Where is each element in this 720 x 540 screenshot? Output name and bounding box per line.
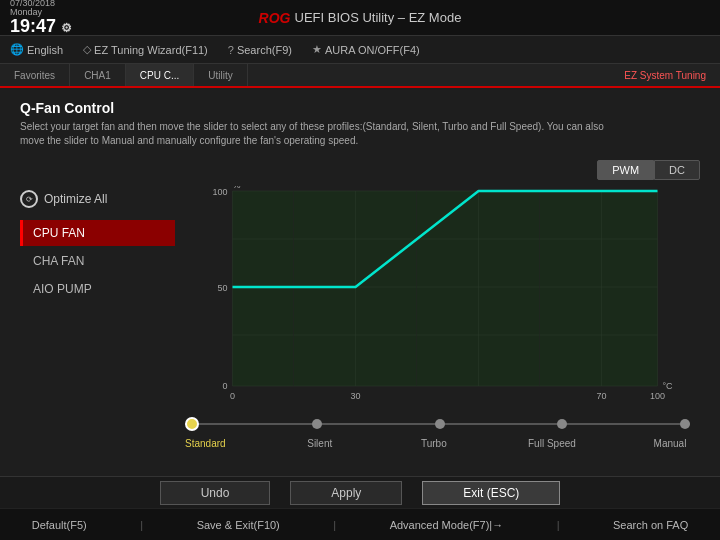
gear-icon[interactable]: ⚙ [61, 21, 72, 35]
profile-labels: Standard Silent Turbo Full Speed Manual [185, 438, 690, 449]
bottom-nav-sep2: | [333, 519, 336, 531]
profile-dot-manual[interactable] [680, 419, 690, 429]
fan-item-aio[interactable]: AIO PUMP [20, 276, 175, 302]
profile-dot-standard[interactable] [185, 417, 199, 431]
bottom-nav-default[interactable]: Default(F5) [22, 519, 97, 531]
aura-icon: ★ [312, 43, 322, 56]
header-title: UEFI BIOS Utility – EZ Mode [295, 10, 462, 25]
label-standard: Standard [185, 438, 226, 449]
bottom-nav-advanced[interactable]: Advanced Mode(F7)|→ [380, 519, 514, 531]
bottom-nav-sep3: | [557, 519, 560, 531]
header-bar: 07/30/2018 Monday 19:47 ⚙ ROG UEFI BIOS … [0, 0, 720, 36]
svg-text:50: 50 [217, 283, 227, 293]
bottom-nav: Default(F5) | Save & Exit(F10) | Advance… [0, 508, 720, 540]
label-silent: Silent [300, 438, 340, 449]
svg-text:70: 70 [596, 391, 606, 401]
bottom-nav-save-exit[interactable]: Save & Exit(F10) [187, 519, 290, 531]
apply-button[interactable]: Apply [290, 481, 402, 505]
svg-text:%: % [233, 186, 241, 190]
tab-utility[interactable]: Utility [194, 64, 247, 86]
section-description: Select your target fan and then move the… [20, 120, 620, 148]
svg-text:0: 0 [222, 381, 227, 391]
nav-aura[interactable]: ★ AURA ON/OFF(F4) [312, 43, 420, 56]
tab-favorites[interactable]: Favorites [0, 64, 70, 86]
svg-rect-0 [233, 191, 658, 386]
optimize-all-button[interactable]: ⟳ Optimize All [20, 190, 175, 208]
label-turbo: Turbo [414, 438, 454, 449]
chart-svg: 100 50 0 % 0 30 70 100 °C [175, 186, 700, 406]
language-icon: 🌐 [10, 43, 24, 56]
section-title: Q-Fan Control [20, 100, 700, 116]
profile-dot-fullspeed[interactable] [557, 419, 567, 429]
tab-cpu[interactable]: CPU C... [126, 64, 194, 86]
label-manual: Manual [650, 438, 690, 449]
svg-text:30: 30 [350, 391, 360, 401]
header-center: ROG UEFI BIOS Utility – EZ Mode [259, 0, 462, 36]
svg-text:100: 100 [650, 391, 665, 401]
profile-dot-silent[interactable] [312, 419, 322, 429]
optimize-icon: ⟳ [20, 190, 38, 208]
header-datetime: 07/30/2018 Monday 19:47 ⚙ [10, 0, 72, 36]
svg-text:0: 0 [230, 391, 235, 401]
svg-text:°C: °C [663, 381, 674, 391]
profile-dot-turbo[interactable] [435, 419, 445, 429]
fan-chart: 100 50 0 % 0 30 70 100 °C [175, 186, 700, 406]
fan-item-cha[interactable]: CHA FAN [20, 248, 175, 274]
profile-section: Standard Silent Turbo Full Speed Manual [175, 414, 700, 449]
label-fullspeed: Full Speed [528, 438, 576, 449]
top-nav-bar: 🌐 English ◇ EZ Tuning Wizard(F11) ? Sear… [0, 36, 720, 64]
bottom-nav-sep1: | [140, 519, 143, 531]
tab-bar: Favorites CHA1 CPU C... Utility EZ Syste… [0, 64, 720, 88]
search-icon: ? [228, 44, 234, 56]
tab-cha1[interactable]: CHA1 [70, 64, 126, 86]
profile-track [185, 414, 690, 434]
bottom-nav-faq[interactable]: Search on FAQ [603, 519, 698, 531]
track-dots [185, 417, 690, 431]
tuning-icon: ◇ [83, 43, 91, 56]
main-content: Q-Fan Control Select your target fan and… [0, 88, 720, 476]
fan-list: ⟳ Optimize All CPU FAN CHA FAN AIO PUMP [20, 160, 175, 449]
pwm-dc-toggle: PWM DC [175, 160, 700, 180]
fan-item-cpu[interactable]: CPU FAN [20, 220, 175, 246]
tab-ez-system-tuning[interactable]: EZ System Tuning [610, 64, 720, 86]
header-time: 19:47 ⚙ [10, 17, 72, 37]
pwm-button[interactable]: PWM [597, 160, 654, 180]
rog-logo: ROG [259, 10, 291, 26]
svg-text:100: 100 [212, 187, 227, 197]
action-bar: Undo Apply Exit (ESC) [0, 476, 720, 508]
content-body: ⟳ Optimize All CPU FAN CHA FAN AIO PUMP … [20, 160, 700, 449]
chart-area: PWM DC [175, 160, 700, 449]
undo-button[interactable]: Undo [160, 481, 271, 505]
dc-button[interactable]: DC [654, 160, 700, 180]
nav-search[interactable]: ? Search(F9) [228, 44, 292, 56]
nav-ez-tuning[interactable]: ◇ EZ Tuning Wizard(F11) [83, 43, 208, 56]
nav-language[interactable]: 🌐 English [10, 43, 63, 56]
exit-button[interactable]: Exit (ESC) [422, 481, 560, 505]
